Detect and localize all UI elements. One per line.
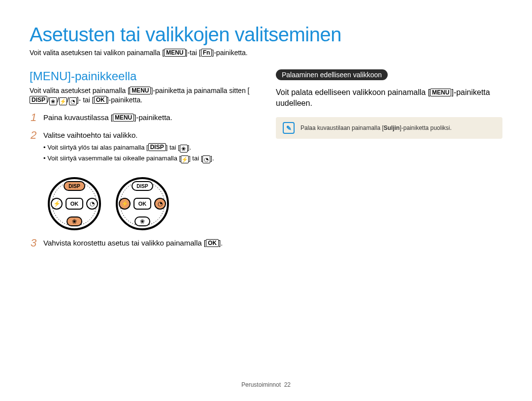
svg-text:OK: OK (70, 201, 79, 207)
text: ] tai [ (166, 144, 180, 151)
step-3: 3 Vahvista korostettu asetus tai valikko… (30, 238, 256, 248)
footer-page-number: 22 (284, 381, 291, 388)
macro-icon: ❀ (49, 97, 57, 105)
text: Voit siirtyä ylös tai alas painamalla [ (47, 144, 148, 151)
text: ]- tai [ (77, 96, 94, 104)
svg-text:DISP: DISP (68, 184, 80, 189)
step-number: 2 (30, 130, 37, 141)
timer-icon: ◔ (202, 155, 210, 163)
text: Voit siirtyä vasemmalle tai oikealle pai… (47, 154, 181, 162)
menu-icon: MENU (113, 114, 134, 122)
dial-diagrams: DISP ❀ ⚡ ◔ OK (47, 177, 256, 231)
text: Voit valita asetukset painamalla [ (30, 87, 130, 94)
dial-left: DISP ❀ ⚡ ◔ OK (47, 177, 101, 231)
text: ]. (219, 239, 223, 247)
section-intro: Voit valita asetukset painamalla [MENU]-… (30, 86, 256, 105)
text: ]-painiketta puoliksi. (399, 124, 451, 131)
text: Suljin (384, 124, 400, 131)
text: ]-painiketta ja painamalla sitten [ (151, 87, 249, 94)
dial-right: DISP ❀ ⚡ ◔ OK (115, 177, 169, 231)
note-icon: ✎ (283, 122, 295, 134)
right-column: Palaaminen edelliseen valikkoon Voit pal… (276, 69, 502, 248)
bullet: Voit siirtyä vasemmalle tai oikealle pai… (43, 154, 214, 163)
timer-icon: ◔ (69, 97, 77, 105)
text: ]-tai [ (186, 49, 201, 57)
disp-icon: DISP (30, 96, 47, 104)
ok-icon: OK (206, 239, 219, 247)
text: ]-painiketta. (107, 96, 142, 104)
text: Voit valita asetuksen tai valikon painam… (30, 49, 164, 57)
text: ]. (210, 154, 214, 162)
menu-icon: MENU (430, 89, 451, 96)
macro-icon: ❀ (180, 145, 188, 153)
flash-icon: ⚡ (181, 155, 189, 163)
text: ]. (188, 144, 191, 151)
menu-icon: MENU (164, 49, 185, 57)
svg-text:DISP: DISP (136, 184, 148, 189)
svg-text:❀: ❀ (72, 218, 77, 225)
svg-text:◔: ◔ (158, 200, 163, 207)
text: Voit palata edelliseen valikkoon painama… (276, 88, 430, 96)
svg-text:❀: ❀ (140, 218, 145, 225)
svg-text:⚡: ⚡ (53, 200, 61, 207)
text: Paina kuvaustilassa [ (43, 113, 113, 122)
text: Valitse vaihtoehto tai valikko. (43, 130, 214, 140)
note-text: Palaa kuvaustilaan painamalla [Suljin]-p… (300, 124, 452, 131)
step-number: 1 (30, 112, 37, 123)
section-heading: [MENU]-painikkeella (30, 69, 256, 83)
bullet: Voit siirtyä ylös tai alas painamalla [D… (43, 143, 214, 153)
ok-icon: OK (94, 96, 107, 104)
subsection-pill: Palaaminen edelliseen valikkoon (276, 69, 388, 80)
text: ]-painiketta. (134, 113, 172, 122)
flash-icon: ⚡ (59, 97, 67, 105)
text: Palaa kuvaustilaan painamalla [ (300, 124, 384, 131)
note-box: ✎ Palaa kuvaustilaan painamalla [Suljin]… (276, 117, 502, 139)
text: Vahvista korostettu asetus tai valikko p… (43, 239, 206, 247)
left-column: [MENU]-painikkeella Voit valita asetukse… (30, 69, 256, 248)
step-2: 2 Valitse vaihtoehto tai valikko. Voit s… (30, 130, 256, 165)
step-1: 1 Paina kuvaustilassa [MENU]-painiketta. (30, 112, 256, 123)
right-para: Voit palata edelliseen valikkoon painama… (276, 87, 502, 108)
text: ]-painiketta. (212, 49, 247, 57)
disp-icon: DISP (148, 143, 166, 151)
text: ] tai [ (189, 154, 202, 162)
svg-text:⚡: ⚡ (121, 200, 129, 207)
svg-text:◔: ◔ (90, 200, 95, 207)
intro-text: Voit valita asetuksen tai valikon painam… (30, 49, 502, 57)
step-number: 3 (30, 238, 37, 248)
fn-icon: Fn (201, 49, 212, 57)
page-footer: Perustoiminnot 22 (0, 381, 532, 388)
page-title: Asetusten tai valikkojen valitseminen (30, 24, 502, 46)
footer-section: Perustoiminnot (241, 381, 281, 388)
svg-text:OK: OK (138, 201, 147, 207)
menu-icon: MENU (130, 87, 151, 94)
